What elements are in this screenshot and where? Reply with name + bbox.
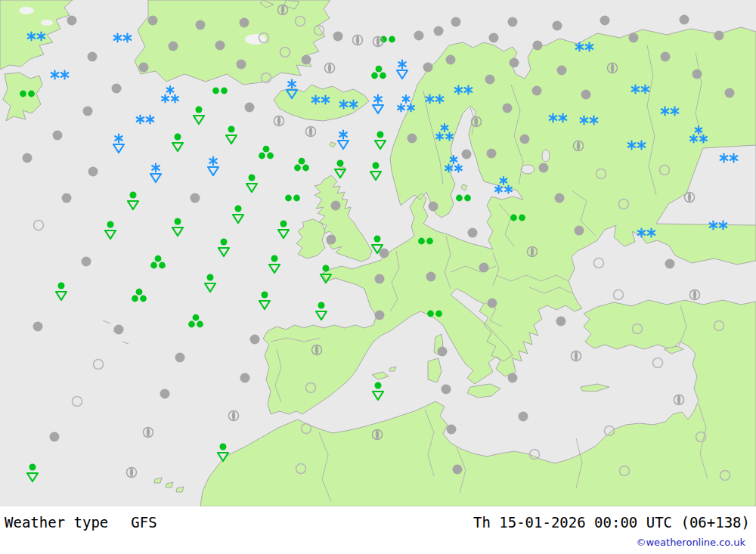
cloud-symbol-icon <box>245 103 255 113</box>
cloud-symbol-icon <box>407 134 417 144</box>
copyright-link[interactable]: ©weatheronline.co.uk <box>636 537 745 548</box>
cloud-symbol-icon <box>714 31 724 41</box>
cloud-symbol-icon <box>333 32 343 42</box>
cloud-symbol-icon <box>533 41 543 51</box>
cloud-symbol-icon <box>479 263 489 273</box>
cloud-symbol-icon <box>169 42 178 51</box>
cloud-symbol-icon <box>665 259 675 269</box>
cloud-symbol-icon <box>423 63 433 73</box>
cloud-symbol-icon <box>240 18 249 28</box>
cloud-symbol-icon <box>215 41 225 51</box>
map-product-label: Weather type <box>5 514 108 531</box>
cloud-symbol-icon <box>112 84 122 94</box>
cloud-symbol-icon <box>33 322 43 332</box>
lake-ladoga <box>521 165 534 174</box>
cloud-symbol-icon <box>725 88 735 98</box>
cloud-symbol-icon <box>83 107 93 116</box>
cloud-symbol-icon <box>442 385 451 395</box>
cloud-symbol-icon <box>629 33 639 43</box>
cloud-symbol-icon <box>581 90 591 100</box>
cloud-symbol-icon <box>327 235 336 245</box>
icecap <box>19 7 34 14</box>
cloud-symbol-icon <box>487 149 497 159</box>
cloud-symbol-icon <box>88 167 98 177</box>
model-name: GFS <box>131 514 156 531</box>
cloud-symbol-icon <box>148 16 158 26</box>
weather-map <box>0 0 756 506</box>
cloud-symbol-icon <box>557 66 567 76</box>
cloud-symbol-icon <box>485 75 495 85</box>
cloud-symbol-icon <box>414 31 424 41</box>
cloud-symbol-icon <box>375 311 385 320</box>
cloud-symbol-icon <box>488 299 497 308</box>
cloud-symbol-icon <box>446 55 456 65</box>
cloud-symbol-icon <box>196 20 206 30</box>
cloud-symbol-icon <box>555 193 565 203</box>
cloud-symbol-icon <box>468 228 478 238</box>
cloud-symbol-icon <box>114 325 124 335</box>
cloud-symbol-icon <box>434 26 444 36</box>
cloud-symbol-icon <box>508 17 518 27</box>
cloud-symbol-icon <box>82 257 91 267</box>
cloud-symbol-icon <box>429 202 438 212</box>
cloud-symbol-icon <box>661 52 671 62</box>
cloud-symbol-icon <box>426 272 436 282</box>
cloud-symbol-icon <box>575 226 584 236</box>
map-canvas <box>0 0 756 506</box>
cloud-symbol-icon <box>510 58 519 68</box>
cloud-symbol-icon <box>23 153 33 163</box>
cloud-symbol-icon <box>88 52 98 62</box>
cloud-symbol-icon <box>520 135 530 144</box>
cloud-symbol-icon <box>375 274 385 284</box>
cloud-symbol-icon <box>380 249 389 258</box>
lake-onega <box>542 150 550 162</box>
cloud-symbol-icon <box>53 131 63 141</box>
cloud-symbol-icon <box>600 16 610 26</box>
product-and-model: Weather typeGFS <box>5 514 157 531</box>
cloud-symbol-icon <box>250 335 260 345</box>
cloud-symbol-icon <box>503 104 513 113</box>
cloud-symbol-icon <box>680 15 689 25</box>
cloud-symbol-icon <box>240 373 250 383</box>
cloud-symbol-icon <box>175 353 185 363</box>
cloud-symbol-icon <box>692 70 702 79</box>
cloud-symbol-icon <box>139 63 149 73</box>
caption-bar: Weather typeGFS Th 15-01-2026 00:00 UTC … <box>0 506 756 554</box>
cloud-symbol-icon <box>50 432 60 442</box>
icecap <box>41 20 53 26</box>
cloud-symbol-icon <box>447 425 457 435</box>
cloud-symbol-icon <box>553 21 562 31</box>
valid-time-label: Th 15-01-2026 00:00 UTC (06+138) <box>473 514 750 531</box>
cloud-symbol-icon <box>489 33 499 43</box>
cloud-symbol-icon <box>519 412 528 422</box>
cloud-symbol-icon <box>331 201 341 211</box>
cloud-symbol-icon <box>62 193 72 203</box>
cloud-symbol-icon <box>453 465 463 475</box>
cloud-symbol-icon <box>508 373 518 383</box>
cloud-symbol-icon <box>191 193 200 203</box>
cloud-symbol-icon <box>462 150 472 159</box>
cloud-symbol-icon <box>302 55 311 65</box>
cloud-symbol-icon <box>451 17 461 27</box>
cloud-symbol-icon <box>556 317 566 327</box>
weather-map-screen: Weather typeGFS Th 15-01-2026 00:00 UTC … <box>0 0 756 554</box>
cloud-symbol-icon <box>539 163 549 173</box>
cloud-symbol-icon <box>237 60 246 70</box>
cloud-symbol-icon <box>160 389 170 399</box>
cloud-symbol-icon <box>438 347 448 357</box>
cloud-symbol-icon <box>532 86 542 96</box>
cloud-symbol-icon <box>67 16 77 26</box>
